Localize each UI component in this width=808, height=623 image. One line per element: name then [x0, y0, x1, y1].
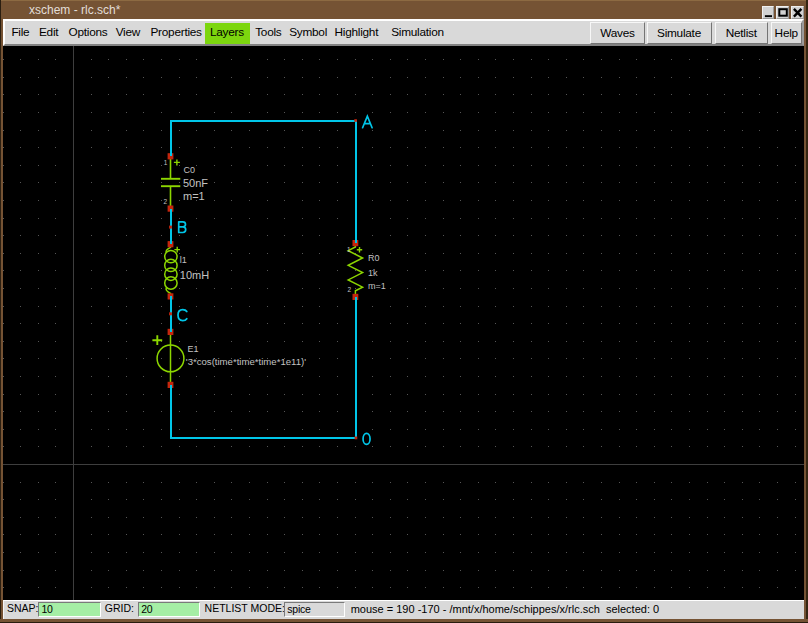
svg-text:1k: 1k: [368, 268, 378, 278]
svg-text:m=1: m=1: [368, 281, 386, 291]
svg-text:2: 2: [164, 198, 168, 205]
svg-text:E1: E1: [188, 344, 199, 354]
svg-text:2: 2: [347, 286, 351, 293]
svg-text:1: 1: [164, 159, 168, 166]
svg-text:l1: l1: [180, 255, 187, 265]
svg-text:50nF: 50nF: [183, 177, 208, 189]
svg-text:'3*cos(time*time*time*1e11)': '3*cos(time*time*time*1e11)': [186, 356, 306, 367]
svg-text:10mH: 10mH: [180, 269, 209, 281]
svg-text:1: 1: [347, 246, 351, 253]
svg-text:C0: C0: [184, 165, 196, 175]
svg-text:R0: R0: [368, 253, 380, 263]
svg-text:m=1: m=1: [183, 190, 205, 202]
